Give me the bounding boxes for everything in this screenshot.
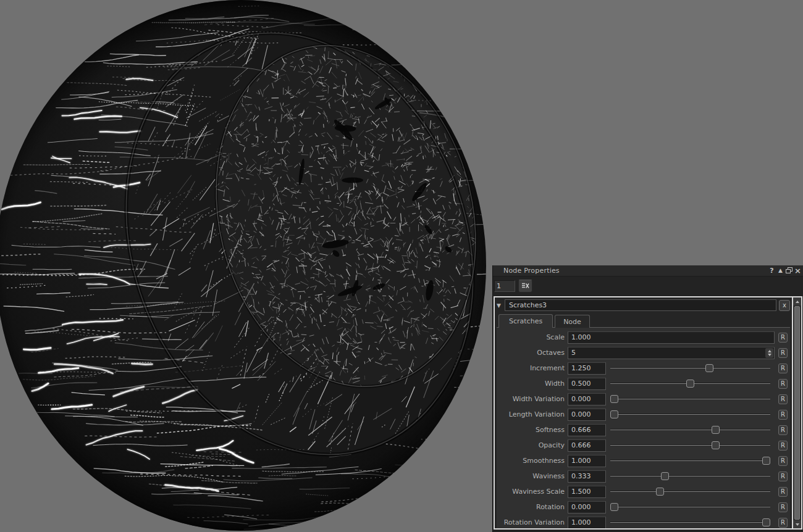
reset-button-waviness-scale[interactable]: R: [778, 487, 788, 497]
reset-button-opacity[interactable]: R: [778, 441, 788, 451]
param-row-increment: Increment1.250R: [497, 360, 788, 376]
slider-handle[interactable]: [610, 395, 618, 403]
param-slider-width[interactable]: [610, 380, 770, 388]
param-value-scale[interactable]: 1.000: [568, 331, 775, 344]
reset-button-softness[interactable]: R: [778, 425, 788, 435]
param-value-length-variation[interactable]: 0.000: [568, 409, 606, 421]
slider-handle[interactable]: [610, 503, 618, 511]
slider-handle[interactable]: [712, 426, 720, 434]
param-label-smoothness: Smoothness: [497, 457, 568, 465]
collapse-arrow-icon[interactable]: ▼: [497, 302, 505, 309]
reset-button-rotation[interactable]: R: [778, 502, 788, 512]
slider-handle[interactable]: [712, 441, 720, 449]
param-slider-width-variation[interactable]: [610, 395, 770, 403]
param-slider-rotation[interactable]: [610, 503, 770, 511]
param-slider-softness[interactable]: [610, 426, 770, 434]
slider-handle[interactable]: [762, 457, 770, 465]
param-value-increment[interactable]: 1.250: [568, 362, 606, 375]
spinner-up-icon[interactable]: [768, 350, 771, 352]
param-label-waviness-scale: Waviness Scale: [497, 488, 568, 496]
tab-scratches[interactable]: Scratches: [498, 314, 553, 328]
slider-handle[interactable]: [705, 364, 713, 372]
clear-panels-button[interactable]: [518, 280, 532, 293]
param-slider-waviness[interactable]: [610, 472, 770, 480]
slider-track[interactable]: [610, 430, 770, 430]
param-slider-opacity[interactable]: [610, 441, 770, 449]
reset-button-width[interactable]: R: [778, 379, 788, 389]
node-header: ▼ Scratches3 x: [497, 299, 790, 311]
vertical-scrollbar[interactable]: [792, 297, 801, 528]
reset-button-increment[interactable]: R: [778, 364, 788, 373]
param-slider-length-variation[interactable]: [610, 410, 770, 418]
help-icon[interactable]: ?: [768, 267, 776, 275]
param-value-rotation-variation[interactable]: 1.000: [568, 517, 606, 529]
param-row-waviness-scale: Waviness Scale1.500R: [497, 484, 788, 499]
slider-track[interactable]: [610, 445, 770, 446]
slider-track[interactable]: [610, 414, 770, 415]
slider-handle[interactable]: [656, 488, 664, 496]
param-value-opacity[interactable]: 0.666: [568, 439, 606, 452]
node-name-input[interactable]: Scratches3: [505, 299, 776, 311]
param-value-octaves[interactable]: 5: [568, 347, 775, 359]
param-label-waviness: Waviness: [497, 472, 568, 480]
param-row-waviness: Waviness0.333R: [497, 468, 788, 484]
scroll-up-button[interactable]: [793, 297, 801, 305]
slider-handle[interactable]: [610, 410, 618, 418]
scrollbar-track[interactable]: [793, 305, 801, 520]
panel-titlebar[interactable]: Node Properties ?▲×: [493, 265, 803, 276]
scroll-up-icon: [796, 301, 799, 303]
param-label-rotation-variation: Rotation Variation: [497, 518, 568, 526]
slider-track[interactable]: [610, 399, 770, 399]
panel-toolbar: 1: [493, 276, 803, 294]
slider-track[interactable]: [610, 491, 770, 492]
param-value-waviness-scale[interactable]: 1.500: [568, 486, 606, 498]
reset-button-rotation-variation[interactable]: R: [778, 518, 788, 528]
reset-button-waviness[interactable]: R: [778, 472, 788, 481]
slider-track[interactable]: [610, 522, 770, 523]
reset-button-octaves[interactable]: R: [778, 348, 788, 358]
tab-node[interactable]: Node: [555, 315, 590, 328]
param-label-scale: Scale: [497, 333, 568, 341]
slider-track[interactable]: [610, 507, 770, 507]
scroll-down-button[interactable]: [793, 520, 801, 528]
reset-button-smoothness[interactable]: R: [778, 456, 788, 466]
param-slider-smoothness[interactable]: [610, 457, 770, 465]
slider-handle[interactable]: [661, 472, 669, 480]
max-panels-input[interactable]: 1: [494, 280, 515, 292]
octaves-spinner[interactable]: [765, 348, 773, 358]
spinner-down-icon[interactable]: [768, 354, 771, 356]
close-icon[interactable]: ×: [794, 267, 802, 275]
dock-icon[interactable]: ▲: [776, 267, 784, 275]
param-row-opacity: Opacity0.666R: [497, 438, 788, 453]
reset-button-length-variation[interactable]: R: [778, 410, 788, 420]
slider-track[interactable]: [610, 368, 770, 368]
node-panel-scratches3: ▼ Scratches3 x ScratchesNode Scale1.000R…: [494, 296, 802, 530]
slider-handle[interactable]: [762, 518, 770, 526]
float-icon[interactable]: [785, 267, 793, 275]
param-slider-increment[interactable]: [610, 364, 770, 372]
scroll-down-icon: [796, 523, 799, 526]
param-label-softness: Softness: [497, 426, 568, 434]
param-slider-waviness-scale[interactable]: [610, 488, 770, 496]
param-value-width[interactable]: 0.500: [568, 378, 606, 390]
node-tabs: ScratchesNode: [497, 314, 790, 327]
node-close-button[interactable]: x: [779, 300, 790, 311]
slider-handle[interactable]: [686, 380, 694, 388]
param-value-waviness[interactable]: 0.333: [568, 470, 606, 483]
reset-button-width-variation[interactable]: R: [778, 394, 788, 404]
slider-track[interactable]: [610, 460, 770, 461]
reset-button-scale[interactable]: R: [778, 333, 788, 343]
param-row-rotation: Rotation0.000R: [497, 499, 788, 515]
param-row-smoothness: Smoothness1.000R: [497, 453, 788, 468]
param-value-smoothness[interactable]: 1.000: [568, 455, 606, 467]
panel-title: Node Properties: [503, 267, 768, 275]
param-value-rotation[interactable]: 0.000: [568, 501, 606, 513]
scrollbar-thumb[interactable]: [794, 306, 800, 520]
param-value-width-variation[interactable]: 0.000: [568, 393, 606, 405]
param-slider-rotation-variation[interactable]: [610, 518, 770, 526]
slider-track[interactable]: [610, 476, 770, 476]
param-value-softness[interactable]: 0.666: [568, 424, 606, 436]
param-row-softness: Softness0.666R: [497, 422, 788, 438]
param-label-width-variation: Width Variation: [497, 395, 568, 403]
tab-content: Scale1.000ROctaves5RIncrement1.250RWidth…: [497, 327, 790, 528]
